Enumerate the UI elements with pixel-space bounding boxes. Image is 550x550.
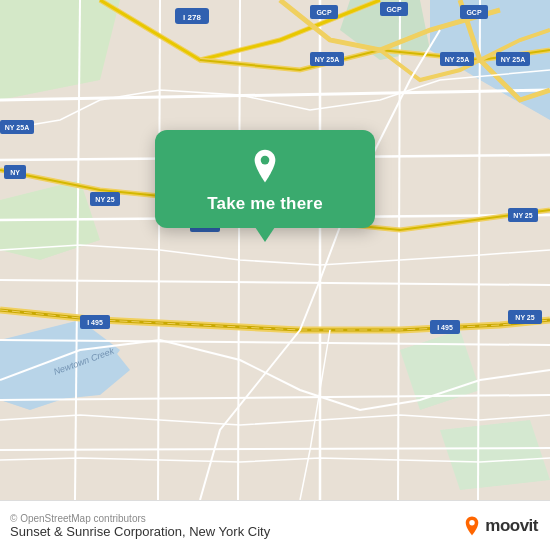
svg-text:NY: NY [10,169,20,176]
map-svg: I 278 GCP GCP GCP NY 25A NY 25A NY 25A N… [0,0,550,500]
svg-text:GCP: GCP [386,6,402,13]
svg-text:I 495: I 495 [437,324,453,331]
location-popup[interactable]: Take me there [155,130,375,228]
map-view: I 278 GCP GCP GCP NY 25A NY 25A NY 25A N… [0,0,550,500]
svg-text:NY 25A: NY 25A [445,56,469,63]
moovit-brand-text: moovit [485,516,538,536]
moovit-pin-icon [461,515,483,537]
svg-text:NY 25: NY 25 [513,212,532,219]
bottom-info: © OpenStreetMap contributors Sunset & Su… [10,513,270,539]
svg-text:I 278: I 278 [183,13,201,22]
svg-text:GCP: GCP [466,9,482,16]
svg-text:GCP: GCP [316,9,332,16]
moovit-logo: moovit [461,515,538,537]
svg-point-46 [470,520,476,526]
svg-text:NY 25A: NY 25A [315,56,339,63]
svg-text:NY 25: NY 25 [515,314,534,321]
svg-text:NY 25A: NY 25A [5,124,29,131]
location-pin-icon [246,148,284,186]
copyright-text: © OpenStreetMap contributors [10,513,270,524]
svg-point-45 [261,156,270,165]
bottom-bar: © OpenStreetMap contributors Sunset & Su… [0,500,550,550]
svg-text:NY 25A: NY 25A [501,56,525,63]
svg-text:I 495: I 495 [87,319,103,326]
svg-text:NY 25: NY 25 [95,196,114,203]
location-label: Sunset & Sunrise Corporation, New York C… [10,524,270,539]
take-me-there-button[interactable]: Take me there [207,194,323,214]
